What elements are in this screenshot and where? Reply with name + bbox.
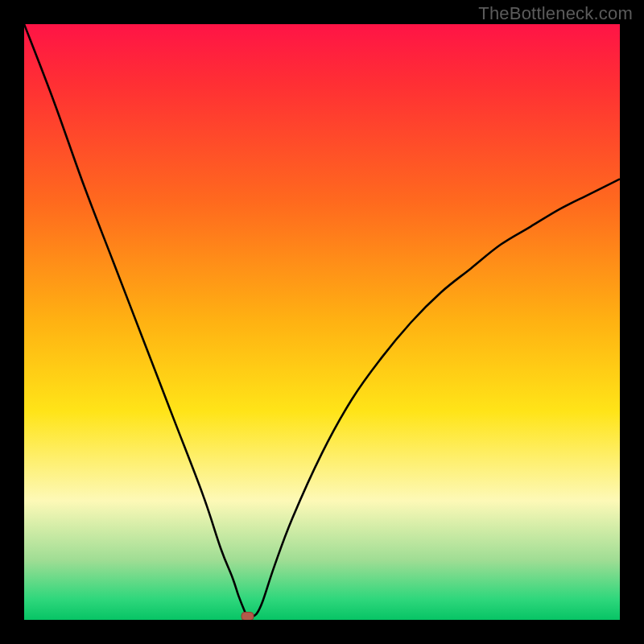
chart-stage: TheBottleneck.com: [0, 0, 644, 644]
bottleneck-chart: [24, 24, 620, 620]
optimum-marker: [242, 613, 254, 620]
plot-area: [24, 24, 620, 620]
gradient-background: [24, 24, 620, 620]
watermark-text: TheBottleneck.com: [478, 3, 633, 24]
